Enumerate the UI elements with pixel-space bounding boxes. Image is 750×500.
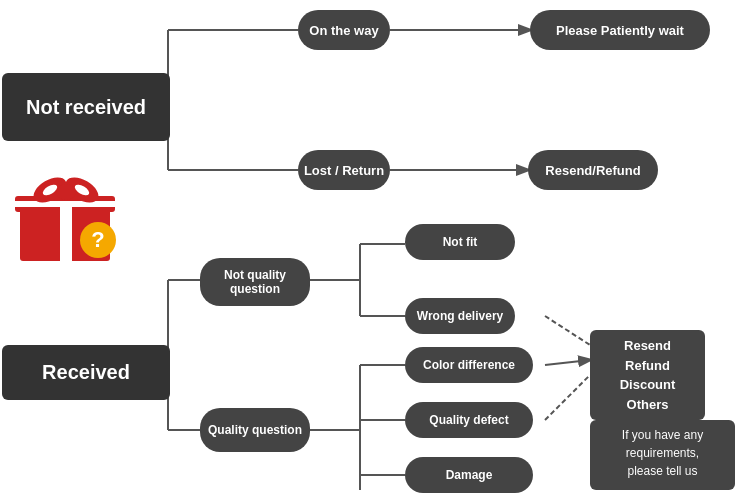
quality-defect-box: Quality defect [405, 402, 533, 438]
on-the-way-label: On the way [309, 23, 378, 38]
resend-refund-top-box: Resend/Refund [528, 150, 658, 190]
not-quality-label: Not quality question [224, 268, 286, 296]
quality-question-label: Quality question [208, 423, 302, 437]
svg-rect-25 [15, 201, 115, 207]
not-received-box: Not received [2, 73, 170, 141]
gift-icon: ? [10, 168, 140, 278]
damage-box: Damage [405, 457, 533, 493]
lost-return-label: Lost / Return [304, 163, 384, 178]
wrong-delivery-label: Wrong delivery [417, 309, 503, 323]
svg-line-19 [545, 316, 590, 345]
svg-line-21 [545, 375, 590, 420]
svg-line-20 [545, 360, 590, 365]
lost-return-box: Lost / Return [298, 150, 390, 190]
please-wait-label: Please Patiently wait [556, 23, 684, 38]
please-wait-box: Please Patiently wait [530, 10, 710, 50]
diagram: Not received On the way Please Patiently… [0, 0, 750, 500]
svg-point-28 [56, 184, 76, 200]
not-fit-label: Not fit [443, 235, 478, 249]
if-requirements-box: If you have any requirements, please tel… [590, 420, 735, 490]
quality-question-box: Quality question [200, 408, 310, 452]
resend-options-box: Resend Refund Discount Others [590, 330, 705, 420]
svg-text:?: ? [91, 227, 104, 252]
color-difference-label: Color difference [423, 358, 515, 372]
not-fit-box: Not fit [405, 224, 515, 260]
on-the-way-box: On the way [298, 10, 390, 50]
received-box: Received [2, 345, 170, 400]
resend-options-label: Resend Refund Discount Others [620, 338, 676, 412]
received-label: Received [42, 361, 130, 384]
resend-refund-top-label: Resend/Refund [545, 163, 640, 178]
color-difference-box: Color difference [405, 347, 533, 383]
damage-label: Damage [446, 468, 493, 482]
not-quality-box: Not quality question [200, 258, 310, 306]
svg-rect-24 [60, 206, 72, 261]
wrong-delivery-box: Wrong delivery [405, 298, 515, 334]
if-requirements-label: If you have any requirements, please tel… [622, 428, 703, 478]
not-received-label: Not received [26, 96, 146, 119]
quality-defect-label: Quality defect [429, 413, 508, 427]
